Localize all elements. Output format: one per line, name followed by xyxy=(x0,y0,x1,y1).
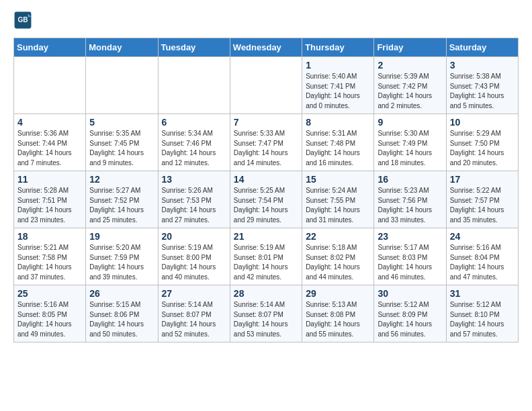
day-info: Sunrise: 5:28 AMSunset: 7:51 PMDaylight:… xyxy=(17,186,82,225)
day-info: Sunrise: 5:38 AMSunset: 7:43 PMDaylight:… xyxy=(450,72,515,111)
calendar-cell: 10Sunrise: 5:29 AMSunset: 7:50 PMDayligh… xyxy=(446,114,518,171)
weekday-header-saturday: Saturday xyxy=(446,38,518,57)
calendar-cell: 2Sunrise: 5:39 AMSunset: 7:42 PMDaylight… xyxy=(374,57,446,114)
day-info: Sunrise: 5:18 AMSunset: 8:02 PMDaylight:… xyxy=(306,243,370,282)
day-number: 28 xyxy=(234,288,298,299)
day-info: Sunrise: 5:15 AMSunset: 8:06 PMDaylight:… xyxy=(89,300,154,339)
weekday-header-row: SundayMondayTuesdayWednesdayThursdayFrid… xyxy=(14,38,519,57)
calendar-cell: 28Sunrise: 5:14 AMSunset: 8:07 PMDayligh… xyxy=(230,285,302,342)
calendar-week-row: 11Sunrise: 5:28 AMSunset: 7:51 PMDayligh… xyxy=(14,171,519,228)
day-info: Sunrise: 5:14 AMSunset: 8:07 PMDaylight:… xyxy=(162,300,226,339)
day-info: Sunrise: 5:12 AMSunset: 8:10 PMDaylight:… xyxy=(450,300,515,339)
calendar-cell: 3Sunrise: 5:38 AMSunset: 7:43 PMDaylight… xyxy=(446,57,518,114)
day-info: Sunrise: 5:31 AMSunset: 7:48 PMDaylight:… xyxy=(306,129,370,168)
day-info: Sunrise: 5:23 AMSunset: 7:56 PMDaylight:… xyxy=(378,186,442,225)
day-number: 2 xyxy=(378,60,442,71)
day-number: 31 xyxy=(450,288,515,299)
calendar-page: GB SundayMondayTuesdayWednesdayThursdayF… xyxy=(0,0,532,353)
day-number: 1 xyxy=(306,60,370,71)
day-info: Sunrise: 5:21 AMSunset: 7:58 PMDaylight:… xyxy=(17,243,82,282)
day-info: Sunrise: 5:19 AMSunset: 8:00 PMDaylight:… xyxy=(162,243,226,282)
day-number: 10 xyxy=(450,117,515,128)
calendar-cell: 18Sunrise: 5:21 AMSunset: 7:58 PMDayligh… xyxy=(14,228,86,285)
day-number: 12 xyxy=(89,174,154,185)
calendar-cell: 22Sunrise: 5:18 AMSunset: 8:02 PMDayligh… xyxy=(302,228,374,285)
weekday-header-monday: Monday xyxy=(86,38,158,57)
day-number: 5 xyxy=(89,117,154,128)
calendar-cell: 16Sunrise: 5:23 AMSunset: 7:56 PMDayligh… xyxy=(374,171,446,228)
day-number: 8 xyxy=(306,117,370,128)
day-number: 26 xyxy=(89,288,154,299)
day-number: 19 xyxy=(89,231,154,242)
day-info: Sunrise: 5:33 AMSunset: 7:47 PMDaylight:… xyxy=(234,129,298,168)
calendar-cell: 26Sunrise: 5:15 AMSunset: 8:06 PMDayligh… xyxy=(86,285,158,342)
calendar-cell: 14Sunrise: 5:25 AMSunset: 7:54 PMDayligh… xyxy=(230,171,302,228)
day-number: 7 xyxy=(234,117,298,128)
weekday-header-tuesday: Tuesday xyxy=(158,38,230,57)
day-number: 3 xyxy=(450,60,515,71)
calendar-cell: 6Sunrise: 5:34 AMSunset: 7:46 PMDaylight… xyxy=(158,114,230,171)
day-number: 4 xyxy=(17,117,82,128)
day-info: Sunrise: 5:24 AMSunset: 7:55 PMDaylight:… xyxy=(306,186,370,225)
day-info: Sunrise: 5:40 AMSunset: 7:41 PMDaylight:… xyxy=(306,72,370,111)
day-info: Sunrise: 5:26 AMSunset: 7:53 PMDaylight:… xyxy=(162,186,226,225)
day-info: Sunrise: 5:17 AMSunset: 8:03 PMDaylight:… xyxy=(378,243,442,282)
calendar-table: SundayMondayTuesdayWednesdayThursdayFrid… xyxy=(13,38,519,342)
day-number: 29 xyxy=(306,288,370,299)
day-number: 15 xyxy=(306,174,370,185)
calendar-cell: 25Sunrise: 5:16 AMSunset: 8:05 PMDayligh… xyxy=(14,285,86,342)
day-info: Sunrise: 5:14 AMSunset: 8:07 PMDaylight:… xyxy=(234,300,298,339)
day-info: Sunrise: 5:16 AMSunset: 8:05 PMDaylight:… xyxy=(17,300,82,339)
calendar-cell: 13Sunrise: 5:26 AMSunset: 7:53 PMDayligh… xyxy=(158,171,230,228)
page-header: GB xyxy=(13,11,519,30)
calendar-cell: 30Sunrise: 5:12 AMSunset: 8:09 PMDayligh… xyxy=(374,285,446,342)
day-number: 6 xyxy=(162,117,226,128)
day-number: 16 xyxy=(378,174,442,185)
day-number: 17 xyxy=(450,174,515,185)
calendar-cell: 31Sunrise: 5:12 AMSunset: 8:10 PMDayligh… xyxy=(446,285,518,342)
weekday-header-friday: Friday xyxy=(374,38,446,57)
calendar-cell: 5Sunrise: 5:35 AMSunset: 7:45 PMDaylight… xyxy=(86,114,158,171)
calendar-cell: 11Sunrise: 5:28 AMSunset: 7:51 PMDayligh… xyxy=(14,171,86,228)
logo-icon: GB xyxy=(13,11,32,30)
weekday-header-sunday: Sunday xyxy=(14,38,86,57)
day-number: 9 xyxy=(378,117,442,128)
calendar-cell: 29Sunrise: 5:13 AMSunset: 8:08 PMDayligh… xyxy=(302,285,374,342)
day-info: Sunrise: 5:27 AMSunset: 7:52 PMDaylight:… xyxy=(89,186,154,225)
day-number: 11 xyxy=(17,174,82,185)
day-number: 27 xyxy=(162,288,226,299)
day-number: 14 xyxy=(234,174,298,185)
day-info: Sunrise: 5:22 AMSunset: 7:57 PMDaylight:… xyxy=(450,186,515,225)
calendar-cell: 27Sunrise: 5:14 AMSunset: 8:07 PMDayligh… xyxy=(158,285,230,342)
day-number: 24 xyxy=(450,231,515,242)
calendar-cell: 19Sunrise: 5:20 AMSunset: 7:59 PMDayligh… xyxy=(86,228,158,285)
day-number: 18 xyxy=(17,231,82,242)
day-info: Sunrise: 5:12 AMSunset: 8:09 PMDaylight:… xyxy=(378,300,442,339)
weekday-header-thursday: Thursday xyxy=(302,38,374,57)
day-number: 30 xyxy=(378,288,442,299)
day-number: 23 xyxy=(378,231,442,242)
day-info: Sunrise: 5:39 AMSunset: 7:42 PMDaylight:… xyxy=(378,72,442,111)
weekday-header-wednesday: Wednesday xyxy=(230,38,302,57)
day-info: Sunrise: 5:34 AMSunset: 7:46 PMDaylight:… xyxy=(162,129,226,168)
calendar-cell xyxy=(230,57,302,114)
calendar-header: SundayMondayTuesdayWednesdayThursdayFrid… xyxy=(14,38,519,57)
calendar-week-row: 25Sunrise: 5:16 AMSunset: 8:05 PMDayligh… xyxy=(14,285,519,342)
calendar-week-row: 4Sunrise: 5:36 AMSunset: 7:44 PMDaylight… xyxy=(14,114,519,171)
day-info: Sunrise: 5:30 AMSunset: 7:49 PMDaylight:… xyxy=(378,129,442,168)
day-number: 21 xyxy=(234,231,298,242)
calendar-cell: 7Sunrise: 5:33 AMSunset: 7:47 PMDaylight… xyxy=(230,114,302,171)
day-number: 13 xyxy=(162,174,226,185)
day-info: Sunrise: 5:19 AMSunset: 8:01 PMDaylight:… xyxy=(234,243,298,282)
calendar-cell: 15Sunrise: 5:24 AMSunset: 7:55 PMDayligh… xyxy=(302,171,374,228)
svg-text:GB: GB xyxy=(17,16,28,24)
day-number: 20 xyxy=(162,231,226,242)
day-info: Sunrise: 5:35 AMSunset: 7:45 PMDaylight:… xyxy=(89,129,154,168)
calendar-cell: 1Sunrise: 5:40 AMSunset: 7:41 PMDaylight… xyxy=(302,57,374,114)
calendar-cell xyxy=(158,57,230,114)
logo: GB xyxy=(13,11,35,30)
day-info: Sunrise: 5:13 AMSunset: 8:08 PMDaylight:… xyxy=(306,300,370,339)
calendar-cell: 21Sunrise: 5:19 AMSunset: 8:01 PMDayligh… xyxy=(230,228,302,285)
day-info: Sunrise: 5:29 AMSunset: 7:50 PMDaylight:… xyxy=(450,129,515,168)
day-info: Sunrise: 5:20 AMSunset: 7:59 PMDaylight:… xyxy=(89,243,154,282)
